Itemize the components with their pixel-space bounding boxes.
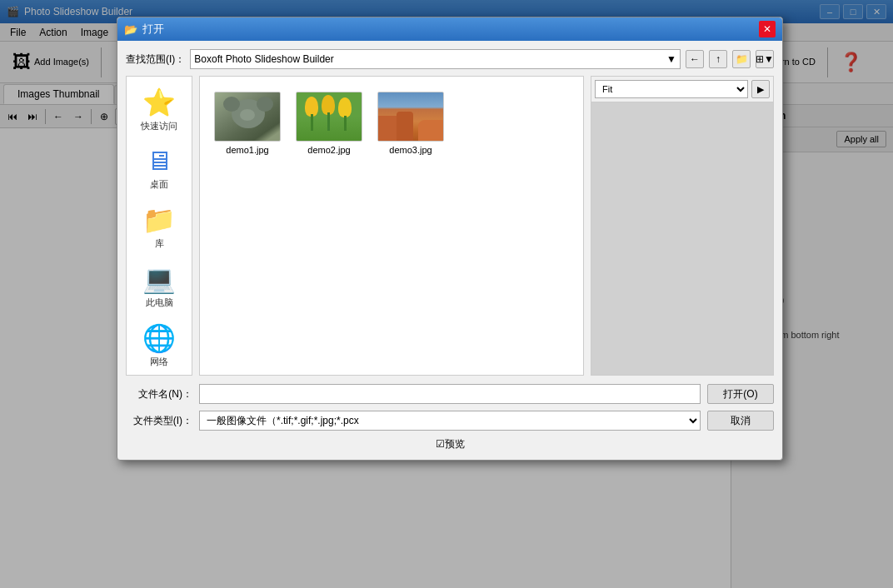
dialog-overlay: 📂 打开 ✕ 查找范围(I)： Boxoft Photo Slideshow B…: [0, 0, 893, 588]
file-label-demo2: demo2.jpg: [307, 145, 350, 155]
nav-library[interactable]: 📁 库: [130, 201, 188, 253]
file-item-demo2[interactable]: demo2.jpg: [292, 87, 367, 160]
file-thumb-demo2: [296, 92, 362, 142]
filetype-combo[interactable]: 一般图像文件（*.tif;*.gif;*.jpg;*.pcx: [199, 411, 701, 431]
dialog-files-area: demo1.jpg demo2.jpg: [199, 76, 584, 376]
computer-icon: 💻: [142, 263, 176, 295]
nav-quick-access[interactable]: ⭐ 快速访问: [130, 83, 188, 136]
preview-fit-combo[interactable]: Fit: [595, 80, 748, 98]
filetype-row: 文件类型(I)： 一般图像文件（*.tif;*.gif;*.jpg;*.pcx …: [126, 411, 774, 431]
dialog-preview-area: Fit ▶: [591, 76, 774, 376]
file-thumb-demo3: [377, 92, 444, 142]
dialog-bottom: 文件名(N)： 打开(O) 文件类型(I)： 一般图像文件（*.tif;*.gi…: [126, 384, 774, 451]
filetype-label: 文件类型(I)：: [126, 414, 192, 428]
network-icon: 🌐: [142, 322, 176, 354]
filename-row: 文件名(N)： 打开(O): [126, 384, 774, 404]
dialog-title: 打开: [142, 22, 164, 37]
open-button[interactable]: 打开(O): [707, 384, 774, 404]
new-folder-button[interactable]: 📁: [732, 50, 751, 68]
library-icon: 📁: [142, 204, 176, 236]
open-file-dialog: 📂 打开 ✕ 查找范围(I)： Boxoft Photo Slideshow B…: [117, 17, 783, 461]
nav-desktop[interactable]: 🖥 桌面: [130, 142, 188, 194]
library-label: 库: [155, 237, 164, 250]
file-item-demo1[interactable]: demo1.jpg: [210, 87, 285, 160]
go-back-button[interactable]: ←: [686, 50, 704, 68]
location-combo[interactable]: Boxoft Photo Slideshow Builder ▼: [190, 49, 681, 69]
view-toggle-button[interactable]: ⊞▼: [756, 50, 774, 68]
file-thumb-demo1: [214, 92, 281, 142]
file-label-demo3: demo3.jpg: [389, 145, 432, 155]
file-label-demo1: demo1.jpg: [226, 145, 268, 155]
preview-image-area: [591, 102, 773, 375]
preview-checkbox-row: ☑预览: [126, 437, 774, 451]
dialog-content: 查找范围(I)： Boxoft Photo Slideshow Builder …: [117, 41, 782, 460]
filename-label: 文件名(N)：: [126, 387, 192, 401]
desktop-icon: 🖥: [146, 146, 172, 177]
nav-network[interactable]: 🌐 网络: [130, 319, 188, 371]
location-value: Boxoft Photo Slideshow Builder: [194, 53, 333, 65]
computer-label: 此电脑: [146, 296, 173, 309]
filename-input[interactable]: [199, 384, 701, 404]
preview-controls: Fit ▶: [591, 77, 773, 102]
preview-next-button[interactable]: ▶: [751, 80, 770, 98]
location-label: 查找范围(I)：: [126, 52, 185, 67]
dialog-nav-panel: ⭐ 快速访问 🖥 桌面 📁 库 💻 此电脑: [126, 76, 192, 376]
nav-computer[interactable]: 💻 此电脑: [130, 260, 188, 312]
network-label: 网络: [150, 356, 168, 368]
dialog-icon: 📂: [124, 23, 137, 36]
cancel-button[interactable]: 取消: [707, 411, 774, 431]
file-item-demo3[interactable]: demo3.jpg: [373, 87, 448, 160]
desktop-label: 桌面: [150, 178, 168, 191]
quick-access-icon: ⭐: [142, 87, 176, 118]
go-up-button[interactable]: ↑: [709, 50, 727, 68]
dialog-titlebar: 📂 打开 ✕: [117, 17, 782, 41]
dialog-location-bar: 查找范围(I)： Boxoft Photo Slideshow Builder …: [126, 49, 774, 69]
dialog-body: ⭐ 快速访问 🖥 桌面 📁 库 💻 此电脑: [126, 76, 774, 376]
dialog-close-button[interactable]: ✕: [759, 21, 776, 37]
preview-checkbox[interactable]: ☑预览: [436, 437, 465, 451]
quick-access-label: 快速访问: [141, 120, 177, 132]
location-combo-arrow: ▼: [666, 53, 676, 65]
